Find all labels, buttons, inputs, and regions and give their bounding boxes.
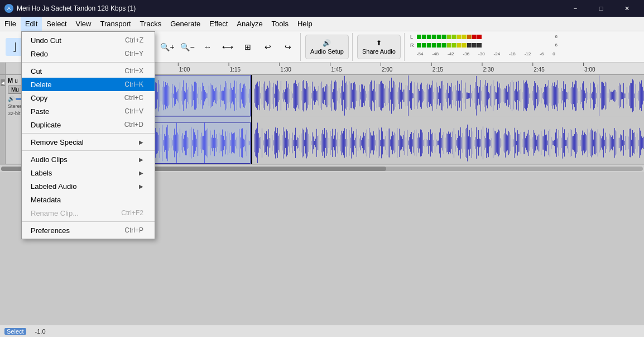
window-title: Meri Ho Ja Sachet Tandon 128 Kbps (1): [17, 4, 136, 12]
separator-1: [22, 62, 155, 63]
undo-btn[interactable]: ↩: [259, 38, 277, 56]
position-label: -1.0: [35, 328, 46, 335]
fit-project-btn[interactable]: ↔: [199, 38, 217, 56]
delete-shortcut: Ctrl+K: [124, 80, 143, 88]
fit-selection-btn[interactable]: ⟷: [219, 38, 237, 56]
labels-label: Labels: [31, 169, 52, 177]
menu-help[interactable]: Help: [293, 17, 317, 31]
paste-label: Paste: [31, 107, 49, 116]
copy-label: Copy: [31, 94, 47, 102]
redo-btn[interactable]: ↪: [279, 38, 297, 56]
vu-scale-18: -18: [509, 51, 516, 56]
menu-rename-clip[interactable]: Rename Clip... Ctrl+F2: [22, 206, 155, 220]
share-audio-label: Share Audio: [362, 48, 396, 55]
menu-duplicate[interactable]: Duplicate Ctrl+D: [22, 118, 155, 131]
menu-redo[interactable]: Redo Ctrl+Y: [22, 47, 155, 60]
menu-copy[interactable]: Copy Ctrl+C: [22, 91, 155, 105]
vu-scale-6: -6: [540, 51, 544, 56]
vu-scale-36: -36: [463, 51, 470, 56]
vu-scale-54: -54: [417, 51, 424, 56]
statusbar: Select -1.0: [0, 325, 644, 337]
vu-scale-12: -12: [525, 51, 531, 56]
zoom-in-btn[interactable]: 🔍+: [158, 38, 176, 56]
audio-setup-label: Audio Setup: [310, 48, 344, 55]
audio-setup-btn[interactable]: 🔊 Audio Setup: [305, 35, 349, 59]
rename-clip-label: Rename Clip...: [31, 209, 79, 217]
rename-clip-shortcut: Ctrl+F2: [121, 209, 143, 217]
menubar: File Edit Select View Transport Tracks G…: [0, 17, 644, 31]
share-group: ⬆ Share Audio: [354, 33, 405, 61]
timeline-left-spacer: [0, 63, 6, 74]
menu-tools[interactable]: Tools: [267, 17, 293, 31]
audio-clips-arrow: ▶: [139, 156, 143, 163]
vu-scale-42: -42: [448, 51, 454, 56]
menu-metadata[interactable]: Metadata: [22, 193, 155, 206]
vu-l-label: L: [410, 34, 416, 40]
window-controls: − □ ✕: [563, 0, 640, 17]
menu-cut[interactable]: Cut Ctrl+X: [22, 64, 155, 78]
vu-r-peak: 6: [555, 42, 557, 48]
redo-label: Redo: [31, 50, 48, 58]
undo-cut-label: Undo Cut: [31, 36, 61, 45]
zoom-toggle-btn[interactable]: ⊞: [239, 38, 257, 56]
redo-shortcut: Ctrl+Y: [124, 50, 143, 58]
separator-2: [22, 133, 155, 134]
menu-tracks[interactable]: Tracks: [136, 17, 166, 31]
status-position: -1.0: [35, 328, 46, 335]
menu-preferences[interactable]: Preferences Ctrl+P: [22, 224, 155, 237]
menu-undo-cut[interactable]: Undo Cut Ctrl+Z: [22, 34, 155, 47]
menu-file[interactable]: File: [0, 17, 21, 31]
audio-setup-group: 🔊 Audio Setup: [302, 33, 353, 61]
separator-3: [22, 150, 155, 151]
labeled-audio-label: Labeled Audio: [31, 182, 76, 191]
track-full-name: u: [15, 78, 18, 84]
menu-paste[interactable]: Paste Ctrl+V: [22, 105, 155, 118]
preferences-shortcut: Ctrl+P: [124, 226, 143, 234]
menu-labeled-audio[interactable]: Labeled Audio ▶: [22, 179, 155, 193]
left-sidebar: ◀: [0, 75, 6, 164]
labels-arrow: ▶: [139, 170, 143, 176]
collapse-sidebar-btn[interactable]: ◀: [1, 79, 5, 86]
menu-select[interactable]: Select: [42, 17, 71, 31]
menu-view[interactable]: View: [71, 17, 96, 31]
labeled-audio-arrow: ▶: [139, 183, 143, 189]
status-tool: Select: [4, 328, 26, 335]
menu-delete[interactable]: Delete Ctrl+K: [22, 78, 155, 91]
cut-shortcut: Ctrl+X: [124, 67, 143, 75]
duplicate-label: Duplicate: [31, 121, 61, 129]
remove-special-label: Remove Special: [31, 138, 84, 146]
mute-btn[interactable]: Mu: [8, 86, 22, 94]
menu-transport[interactable]: Transport: [95, 17, 135, 31]
menu-analyze[interactable]: Analyze: [232, 17, 267, 31]
preferences-label: Preferences: [31, 226, 70, 235]
app-icon: A: [4, 4, 13, 13]
undo-cut-shortcut: Ctrl+Z: [125, 36, 143, 44]
copy-shortcut: Ctrl+C: [124, 94, 143, 102]
upload-icon: ⬆: [376, 39, 382, 47]
vu-r-label: R: [410, 42, 416, 48]
menu-remove-special[interactable]: Remove Special ▶: [22, 135, 155, 149]
menu-edit[interactable]: Edit: [21, 17, 42, 31]
remove-special-arrow: ▶: [139, 139, 143, 145]
titlebar: A Meri Ho Ja Sachet Tandon 128 Kbps (1) …: [0, 0, 644, 17]
menu-labels[interactable]: Labels ▶: [22, 166, 155, 179]
menu-effect[interactable]: Effect: [205, 17, 232, 31]
zoom-out-btn[interactable]: 🔍−: [179, 38, 196, 56]
menu-audio-clips[interactable]: Audio Clips ▶: [22, 153, 155, 166]
menu-generate[interactable]: Generate: [166, 17, 205, 31]
minimize-button[interactable]: −: [563, 0, 588, 17]
delete-label: Delete: [31, 80, 52, 89]
cut-label: Cut: [31, 67, 42, 75]
vu-l-peak: 6: [555, 34, 557, 39]
maximize-button[interactable]: □: [588, 0, 614, 17]
vu-meter-group: L 6 R: [406, 33, 562, 61]
edit-menu-dropdown: Undo Cut Ctrl+Z Redo Ctrl+Y Cut Ctrl+X D…: [21, 31, 155, 239]
vu-scale-0: 0: [552, 51, 555, 56]
paste-shortcut: Ctrl+V: [124, 107, 143, 115]
vu-scale-30: -30: [478, 51, 485, 56]
speaker-icon: 🔊: [323, 39, 331, 47]
share-audio-btn[interactable]: ⬆ Share Audio: [357, 35, 401, 59]
close-button[interactable]: ✕: [614, 0, 640, 17]
separator-4: [22, 221, 155, 222]
gain-label: 🔊: [8, 96, 15, 102]
